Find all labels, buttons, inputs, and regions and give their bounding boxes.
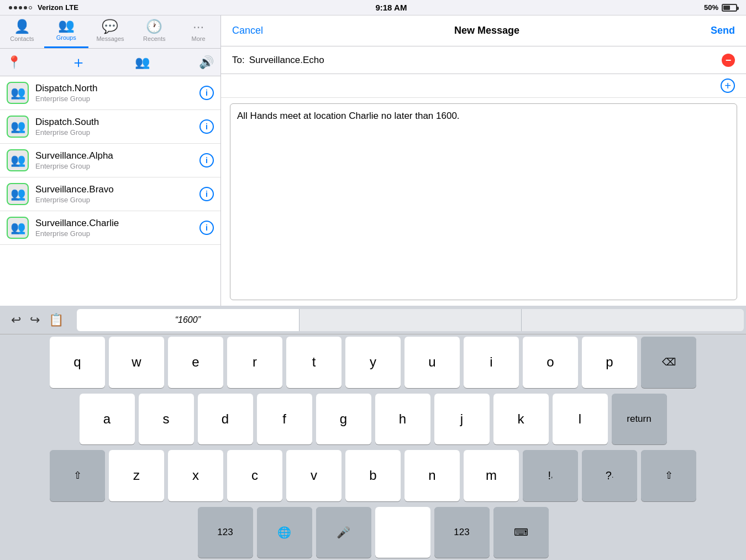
tab-groups[interactable]: 👥 Groups: [44, 15, 88, 48]
key-v[interactable]: v: [286, 450, 342, 501]
tab-groups-label: Groups: [56, 34, 76, 41]
battery-percent: 50%: [704, 3, 718, 12]
add-group-icon[interactable]: 👥: [135, 55, 150, 70]
shift-left-key[interactable]: ⇧: [50, 450, 105, 501]
key-p[interactable]: p: [582, 337, 637, 388]
shift-right-key[interactable]: ⇧: [641, 450, 696, 501]
key-s[interactable]: s: [139, 394, 194, 445]
location-icon[interactable]: 📍: [7, 55, 22, 70]
group-info: Surveillance.Charlie Enterprise Group: [35, 218, 199, 238]
key-x[interactable]: x: [168, 450, 223, 501]
backspace-key[interactable]: ⌫: [641, 337, 696, 388]
key-c[interactable]: c: [227, 450, 282, 501]
right-panel: Cancel New Message Send To: Surveillance…: [221, 15, 746, 306]
undo-button[interactable]: ↩: [9, 311, 23, 329]
info-button[interactable]: i: [199, 187, 214, 201]
contacts-icon: 👤: [14, 19, 30, 34]
status-left: Verizon LTE: [9, 3, 78, 12]
message-body[interactable]: All Hands meet at location Charlie no la…: [230, 103, 737, 300]
key-q[interactable]: q: [50, 337, 105, 388]
info-button[interactable]: i: [199, 119, 214, 134]
group-item[interactable]: 👥 Surveillance.Alpha Enterprise Group i: [0, 144, 220, 177]
group-type: Enterprise Group: [35, 229, 199, 238]
key-a[interactable]: a: [80, 394, 135, 445]
info-button[interactable]: i: [199, 221, 214, 235]
key-n[interactable]: n: [404, 450, 460, 501]
key-i[interactable]: i: [464, 337, 519, 388]
key-e[interactable]: e: [168, 337, 223, 388]
tab-contacts-label: Contacts: [10, 35, 34, 42]
dot1: [9, 6, 12, 9]
group-avatar: 👥: [7, 82, 29, 104]
key-k[interactable]: k: [493, 394, 549, 445]
group-name: Surveillance.Bravo: [35, 184, 199, 195]
text-editing-controls: ↩ ↪ 📋: [0, 311, 75, 329]
group-name: Dispatch.South: [35, 117, 199, 128]
recipient-label: Surveillance.Echo: [249, 55, 722, 66]
key-row-2: a s d f g h j k l return: [2, 394, 744, 445]
autocomplete-item-3[interactable]: [522, 309, 744, 331]
status-time: 9:18 AM: [375, 3, 407, 12]
info-button[interactable]: i: [199, 86, 214, 100]
key-exclaim[interactable]: !,: [523, 450, 578, 501]
key-r[interactable]: r: [227, 337, 282, 388]
key-u[interactable]: u: [404, 337, 460, 388]
hide-keyboard-key[interactable]: ⌨: [493, 507, 549, 558]
group-list: 👥 Dispatch.North Enterprise Group i 👥 Di…: [0, 76, 220, 306]
group-item[interactable]: 👥 Surveillance.Charlie Enterprise Group …: [0, 211, 220, 245]
dot5: [29, 6, 32, 9]
dot2: [14, 6, 17, 9]
group-info: Dispatch.South Enterprise Group: [35, 117, 199, 137]
tab-recents[interactable]: 🕐 Recents: [132, 15, 176, 48]
cancel-button[interactable]: Cancel: [232, 25, 263, 36]
group-item[interactable]: 👥 Surveillance.Bravo Enterprise Group i: [0, 177, 220, 211]
return-key[interactable]: return: [612, 394, 667, 445]
tab-contacts[interactable]: 👤 Contacts: [0, 15, 44, 48]
message-header: Cancel New Message Send: [221, 15, 746, 46]
key-question[interactable]: ?.: [582, 450, 637, 501]
key-t[interactable]: t: [286, 337, 342, 388]
key-o[interactable]: o: [523, 337, 578, 388]
add-recipient-row: +: [221, 74, 746, 98]
key-m[interactable]: m: [464, 450, 519, 501]
microphone-key[interactable]: 🎤: [316, 507, 371, 558]
space-key[interactable]: [375, 507, 430, 558]
group-avatar: 👥: [7, 116, 29, 138]
globe-key[interactable]: 🌐: [257, 507, 312, 558]
network-label: LTE: [65, 3, 78, 12]
key-j[interactable]: j: [434, 394, 490, 445]
key-g[interactable]: g: [316, 394, 371, 445]
numbers-key-right[interactable]: 123: [434, 507, 490, 558]
key-b[interactable]: b: [345, 450, 401, 501]
group-type: Enterprise Group: [35, 162, 199, 170]
key-l[interactable]: l: [553, 394, 608, 445]
carrier-label: Verizon: [38, 3, 63, 12]
key-d[interactable]: d: [198, 394, 253, 445]
group-name: Dispatch.North: [35, 83, 199, 94]
group-type: Enterprise Group: [35, 128, 199, 137]
keyboard-area: ↩ ↪ 📋 “1600” q w e r t y u i o p ⌫ a: [0, 306, 746, 560]
key-z[interactable]: z: [109, 450, 164, 501]
key-f[interactable]: f: [257, 394, 312, 445]
key-y[interactable]: y: [345, 337, 401, 388]
tab-messages[interactable]: 💬 Messages: [88, 15, 133, 48]
keyboard-keys: q w e r t y u i o p ⌫ a s d f g h j k l …: [0, 334, 746, 560]
info-button[interactable]: i: [199, 153, 214, 168]
remove-recipient-button[interactable]: −: [722, 54, 735, 67]
tab-more[interactable]: ··· More: [176, 15, 220, 48]
group-item[interactable]: 👥 Dispatch.North Enterprise Group i: [0, 76, 220, 110]
add-icon[interactable]: ＋: [71, 52, 86, 73]
autocomplete-item-1[interactable]: “1600”: [77, 309, 300, 331]
autocomplete-item-2[interactable]: [300, 309, 522, 331]
key-h[interactable]: h: [375, 394, 430, 445]
group-type: Enterprise Group: [35, 196, 199, 204]
left-panel: 👤 Contacts 👥 Groups 💬 Messages 🕐 Recents…: [0, 15, 221, 306]
paste-button[interactable]: 📋: [46, 311, 66, 329]
speaker-icon[interactable]: 🔊: [199, 55, 214, 70]
send-button[interactable]: Send: [711, 25, 735, 36]
group-item[interactable]: 👥 Dispatch.South Enterprise Group i: [0, 110, 220, 144]
key-w[interactable]: w: [109, 337, 164, 388]
add-recipient-button[interactable]: +: [721, 78, 735, 93]
redo-button[interactable]: ↪: [28, 311, 42, 329]
numbers-key-left[interactable]: 123: [198, 507, 253, 558]
